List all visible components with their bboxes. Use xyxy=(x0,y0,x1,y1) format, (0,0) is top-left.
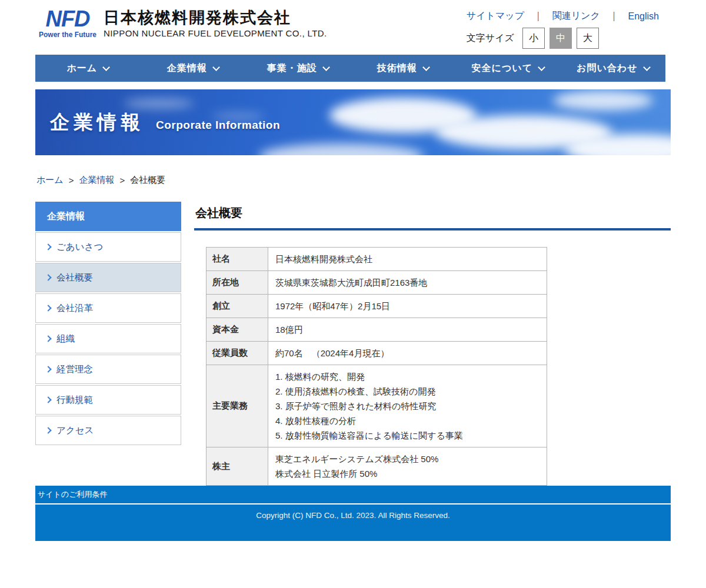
row-value-line: 1972年（昭和47年）2月15日 xyxy=(275,299,540,313)
chevron-down-icon xyxy=(422,64,430,71)
sidebar-item-management-philosophy[interactable]: 経営理念 xyxy=(35,355,181,384)
row-value-line: 5. 放射性物質輸送容器による輸送に関する事業 xyxy=(275,428,540,443)
nav-item-label: 事業・施設 xyxy=(267,62,317,75)
breadcrumb-current-page: 会社概要 xyxy=(130,175,165,186)
breadcrumb-home-link[interactable]: ホーム xyxy=(36,175,64,186)
breadcrumb-corporate-link[interactable]: 企業情報 xyxy=(79,175,114,186)
nav-item-label: お問い合わせ xyxy=(577,62,638,75)
row-label: 従業員数 xyxy=(207,342,268,365)
sidebar-item-organization[interactable]: 組織 xyxy=(35,324,181,353)
page-container: NFD Power the Future 日本核燃料開発株式会社 NIPPON … xyxy=(35,0,671,541)
chevron-down-icon xyxy=(212,64,220,71)
row-value: 1. 核燃料の研究、開発 2. 使用済核燃料の検査、試験技術の開発 3. 原子炉… xyxy=(268,365,547,447)
copyright-text: Copyright (C) NFD Co., Ltd. 2023. All Ri… xyxy=(256,511,449,520)
breadcrumb: ホーム > 企業情報 > 会社概要 xyxy=(35,174,671,186)
chevron-down-icon xyxy=(322,64,330,71)
row-label: 創立 xyxy=(207,295,268,318)
english-link[interactable]: English xyxy=(628,11,659,22)
nav-item-label: 技術情報 xyxy=(377,62,417,75)
link-separator: ｜ xyxy=(534,10,543,22)
sidebar-item-company-overview[interactable]: 会社概要 xyxy=(35,263,181,292)
global-nav: ホーム 企業情報 事業・施設 技術情報 安全について お問い合わせ xyxy=(35,55,665,82)
table-row-employees: 従業員数 約70名 （2024年4月現在） xyxy=(207,342,547,365)
company-overview-table: 社名 日本核燃料開発株式会社 所在地 茨城県東茨城郡大洗町成田町2163番地 創… xyxy=(206,247,547,486)
row-value-line: 日本核燃料開発株式会社 xyxy=(275,252,540,266)
nav-item-corporate[interactable]: 企業情報 xyxy=(141,55,246,82)
row-value-line: 約70名 （2024年4月現在） xyxy=(275,346,540,360)
nav-item-contact[interactable]: お問い合わせ xyxy=(561,55,666,82)
nav-item-technical-info[interactable]: 技術情報 xyxy=(351,55,456,82)
logo-tagline: Power the Future xyxy=(39,31,96,39)
breadcrumb-separator: > xyxy=(119,175,125,185)
sidebar-menu: 企業情報 ごあいさつ 会社概要 会社沿革 組織 xyxy=(35,202,181,445)
related-links-link[interactable]: 関連リンク xyxy=(552,10,600,22)
cloud-decoration xyxy=(259,143,424,155)
banner-subtitle: Corporate Information xyxy=(156,119,280,132)
table-row-shareholders: 株主 東芝エネルギーシステムズ株式会社 50% 株式会社 日立製作所 50% xyxy=(207,447,547,486)
row-label: 所在地 xyxy=(207,271,268,295)
chevron-down-icon xyxy=(643,64,651,71)
nav-item-business-facilities[interactable]: 事業・施設 xyxy=(245,55,351,82)
row-value-line: 4. 放射性核種の分析 xyxy=(275,413,540,428)
site-logo[interactable]: NFD Power the Future 日本核燃料開発株式会社 NIPPON … xyxy=(39,8,327,55)
row-value-line: 3. 原子炉等で照射された材料の特性研究 xyxy=(275,399,540,413)
row-label: 主要業務 xyxy=(207,365,268,447)
row-value: 約70名 （2024年4月現在） xyxy=(268,342,547,365)
row-value: 東芝エネルギーシステムズ株式会社 50% 株式会社 日立製作所 50% xyxy=(268,447,547,486)
utility-links: サイトマップ ｜ 関連リンク ｜ English xyxy=(467,10,659,22)
table-row-company-name: 社名 日本核燃料開発株式会社 xyxy=(207,248,547,271)
font-size-label: 文字サイズ xyxy=(467,32,514,45)
sidebar-item-greeting[interactable]: ごあいさつ xyxy=(35,232,181,262)
row-value-line: 東芝エネルギーシステムズ株式会社 50% xyxy=(275,452,540,466)
table-row-founded: 創立 1972年（昭和47年）2月15日 xyxy=(207,295,547,318)
chevron-right-icon xyxy=(45,427,51,433)
chevron-right-icon xyxy=(45,396,51,403)
row-value: 18億円 xyxy=(268,318,547,342)
sidebar-item-label: 組織 xyxy=(56,333,75,345)
sidebar-item-label: 会社概要 xyxy=(56,272,93,284)
chevron-right-icon xyxy=(45,243,51,250)
link-separator: ｜ xyxy=(610,10,619,22)
sitemap-link[interactable]: サイトマップ xyxy=(467,10,524,22)
font-size-small-button[interactable]: 小 xyxy=(522,28,545,49)
sidebar-item-code-of-conduct[interactable]: 行動規範 xyxy=(35,385,181,415)
sidebar-item-company-history[interactable]: 会社沿革 xyxy=(35,293,181,323)
main-content: 会社概要 社名 日本核燃料開発株式会社 所在地 茨城県東茨城郡大洗町成田町216… xyxy=(181,202,671,486)
sidebar-title: 企業情報 xyxy=(35,202,181,231)
terms-of-use-link[interactable]: サイトのご利用条件 xyxy=(38,490,108,499)
page-title: 会社概要 xyxy=(194,202,671,230)
breadcrumb-separator: > xyxy=(69,175,74,185)
page-banner: 企業情報 Corporate Information xyxy=(35,89,671,155)
row-value: 日本核燃料開発株式会社 xyxy=(268,248,547,271)
nav-item-label: ホーム xyxy=(66,62,97,75)
row-value-line: 茨城県東茨城郡大洗町成田町2163番地 xyxy=(275,275,540,290)
header-utility: サイトマップ ｜ 関連リンク ｜ English 文字サイズ 小 中 大 xyxy=(467,8,671,55)
font-size-control: 文字サイズ 小 中 大 xyxy=(467,28,659,49)
font-size-large-button[interactable]: 大 xyxy=(577,28,599,49)
row-value: 茨城県東茨城郡大洗町成田町2163番地 xyxy=(268,271,547,295)
sidebar-item-label: 行動規範 xyxy=(56,394,93,406)
nav-item-safety[interactable]: 安全について xyxy=(455,55,561,82)
chevron-down-icon xyxy=(538,64,545,71)
chevron-right-icon xyxy=(45,335,51,342)
table-row-address: 所在地 茨城県東茨城郡大洗町成田町2163番地 xyxy=(207,271,547,295)
row-value-line: 1. 核燃料の研究、開発 xyxy=(275,369,540,384)
nav-item-home[interactable]: ホーム xyxy=(35,55,141,82)
row-value: 1972年（昭和47年）2月15日 xyxy=(268,295,547,318)
chevron-down-icon xyxy=(102,64,110,71)
nav-item-label: 企業情報 xyxy=(167,62,207,75)
company-names: 日本核燃料開発株式会社 NIPPON NUCLEAR FUEL DEVELOPM… xyxy=(104,8,327,38)
table-row-capital: 資本金 18億円 xyxy=(207,318,547,342)
cloud-decoration xyxy=(553,91,653,111)
cloud-decoration xyxy=(124,99,194,108)
sidebar-item-access[interactable]: アクセス xyxy=(35,416,181,445)
font-size-medium-button[interactable]: 中 xyxy=(550,28,572,49)
sidebar-item-label: アクセス xyxy=(56,425,94,437)
site-header: NFD Power the Future 日本核燃料開発株式会社 NIPPON … xyxy=(35,0,671,55)
chevron-right-icon xyxy=(45,366,51,372)
site-footer: サイトのご利用条件 Copyright (C) NFD Co., Ltd. 20… xyxy=(35,486,671,541)
footer-copyright-row: Copyright (C) NFD Co., Ltd. 2023. All Ri… xyxy=(35,505,671,541)
sidebar-item-label: 経営理念 xyxy=(56,363,93,376)
company-name-japanese: 日本核燃料開発株式会社 xyxy=(104,8,327,27)
nav-item-label: 安全について xyxy=(472,62,533,75)
